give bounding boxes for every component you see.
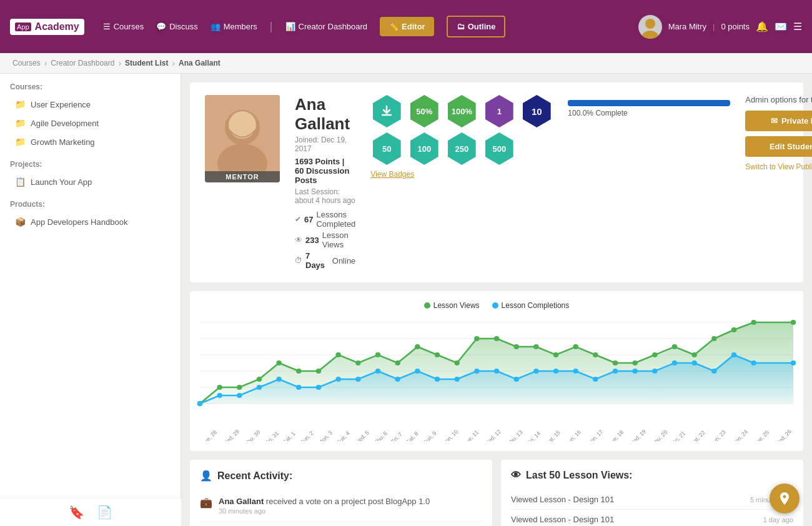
- activity-item-discussion: 💬 Ana Gallant posted in a discussion 1 d…: [200, 522, 482, 526]
- sidebar-item-growth-label: Growth Marketing: [31, 137, 95, 147]
- nav-discuss[interactable]: 💬 Discuss: [156, 22, 198, 31]
- svg-point-72: [652, 369, 657, 374]
- float-action-button[interactable]: [770, 484, 800, 514]
- members-icon: 👥: [210, 22, 220, 31]
- svg-point-43: [672, 344, 677, 349]
- breadcrumb-creator-dashboard[interactable]: Creator Dashboard: [51, 59, 114, 67]
- lesson-name-1: Viewed Lesson - Design 101: [511, 515, 614, 524]
- lesson-views-title: 👁 Last 50 Lesson Views:: [511, 470, 793, 481]
- user-points: 0 points: [721, 22, 750, 31]
- sidebar-item-ux[interactable]: 📁 User Experience: [0, 95, 181, 114]
- svg-point-68: [573, 369, 578, 374]
- svg-point-51: [237, 393, 242, 398]
- progress-label: 100.0% Complete: [568, 109, 730, 117]
- avatar[interactable]: [638, 15, 662, 39]
- sidebar-item-launch[interactable]: 📋 Launch Your App: [0, 172, 181, 191]
- student-points: 1693 Points | 60 Discussion Posts: [295, 157, 355, 185]
- app-logo[interactable]: App Academy: [10, 19, 84, 35]
- lesson-view-1: Viewed Lesson - Design 101 1 day ago: [511, 510, 793, 526]
- outline-icon: 🗂: [457, 22, 465, 31]
- svg-point-52: [257, 385, 262, 390]
- badge-100pct: 100%: [445, 95, 478, 127]
- svg-point-50: [217, 393, 222, 398]
- editor-button[interactable]: ✏️ Editor: [380, 17, 434, 36]
- svg-point-24: [296, 369, 301, 374]
- admin-title: Admin options for this student:: [745, 95, 812, 104]
- book-icon: 📦: [15, 217, 26, 227]
- svg-point-74: [691, 360, 696, 365]
- svg-point-53: [276, 377, 281, 382]
- legend-dot-green: [424, 302, 430, 309]
- svg-point-63: [474, 369, 479, 374]
- progress-bar-wrap: 100.0% Complete: [568, 100, 730, 117]
- courses-section-title: Courses:: [0, 74, 181, 95]
- recent-activity-panel: 👤 Recent Activity: 💼 Ana Gallant receive…: [190, 460, 492, 526]
- svg-point-73: [672, 360, 677, 365]
- folder-icon-2: 📁: [15, 118, 26, 128]
- progress-section: 100.0% Complete: [568, 95, 730, 117]
- svg-point-31: [435, 352, 440, 357]
- svg-point-42: [652, 352, 657, 357]
- badge-500: 500: [483, 132, 515, 165]
- bookmark-bottom-icon[interactable]: 🔖: [69, 505, 84, 520]
- nav-creator-dashboard[interactable]: 📊 Creator Dashboard: [285, 22, 368, 31]
- nav-members[interactable]: 👥 Members: [210, 22, 257, 31]
- svg-point-35: [513, 344, 518, 349]
- svg-point-57: [355, 377, 360, 382]
- sidebar-item-agile[interactable]: 📁 Agile Development: [0, 114, 181, 132]
- lessons-completed-num: 67: [304, 215, 313, 224]
- edit-student-button[interactable]: Edit Student Details: [745, 136, 812, 157]
- envelope-icon[interactable]: ✉️: [775, 21, 787, 32]
- lesson-chart: 10 8 6 4 2 0: [200, 316, 793, 429]
- private-message-button[interactable]: ✉ Private Message: [745, 111, 812, 131]
- svg-point-33: [474, 336, 479, 341]
- activity-vote-time: 30 minutes ago: [219, 507, 430, 515]
- recent-activity-title: 👤 Recent Activity:: [200, 470, 482, 482]
- svg-point-22: [257, 377, 262, 382]
- chart-card: Lesson Views Lesson Completions 10 8 6 4…: [190, 291, 803, 451]
- breadcrumb: Courses › Creator Dashboard › Student Li…: [0, 53, 812, 74]
- bell-icon[interactable]: 🔔: [756, 21, 768, 32]
- envelope-btn-icon: ✉: [771, 116, 778, 126]
- svg-point-62: [454, 377, 459, 382]
- logo-academy-text: Academy: [35, 21, 79, 32]
- svg-point-77: [751, 360, 756, 365]
- view-badges-link[interactable]: View Badges: [370, 170, 414, 179]
- svg-point-65: [513, 377, 518, 382]
- student-name: Ana Gallant: [295, 95, 355, 134]
- outline-button[interactable]: 🗂 Outline: [447, 16, 506, 37]
- check-icon: ✔: [295, 215, 301, 224]
- svg-point-20: [217, 385, 222, 390]
- project-icon: 📋: [15, 177, 26, 187]
- days-online-num: 7 Days: [305, 251, 329, 270]
- svg-point-36: [533, 344, 538, 349]
- activity-vote-student: Ana Gallant: [219, 497, 264, 506]
- document-bottom-icon[interactable]: 📄: [97, 505, 112, 520]
- svg-point-40: [613, 360, 618, 365]
- svg-point-56: [335, 377, 340, 382]
- main-layout: Courses: 📁 User Experience 📁 Agile Devel…: [0, 74, 812, 526]
- clock-icon: ⏱: [295, 256, 302, 265]
- breadcrumb-student-list[interactable]: Student List: [125, 59, 168, 67]
- sidebar-item-ux-label: User Experience: [31, 100, 91, 109]
- view-public-profile-link[interactable]: Switch to View Public Profile: [745, 162, 812, 171]
- sidebar-item-growth[interactable]: 📁 Growth Marketing: [0, 132, 181, 151]
- svg-point-21: [237, 385, 242, 390]
- svg-point-38: [573, 344, 578, 349]
- nav-courses[interactable]: ☰ Courses: [103, 22, 144, 31]
- svg-point-25: [316, 369, 321, 374]
- svg-point-23: [276, 360, 281, 365]
- sidebar-item-handbook[interactable]: 📦 App Developers Handbook: [0, 212, 181, 231]
- breadcrumb-sep-3: ›: [172, 58, 175, 68]
- lesson-time-1: 1 day ago: [763, 516, 793, 524]
- svg-point-44: [691, 352, 696, 357]
- svg-point-70: [613, 369, 618, 374]
- svg-point-34: [494, 336, 499, 341]
- folder-icon-3: 📁: [15, 137, 26, 147]
- menu-icon[interactable]: ☰: [793, 21, 802, 32]
- breadcrumb-sep-2: ›: [118, 58, 121, 68]
- editor-icon: ✏️: [389, 22, 399, 31]
- main-content: MENTOR Ana Gallant Joined: Dec 19, 2017 …: [181, 74, 812, 526]
- lessons-completed-label: Lessons Completed: [316, 210, 355, 229]
- breadcrumb-courses[interactable]: Courses: [12, 59, 41, 67]
